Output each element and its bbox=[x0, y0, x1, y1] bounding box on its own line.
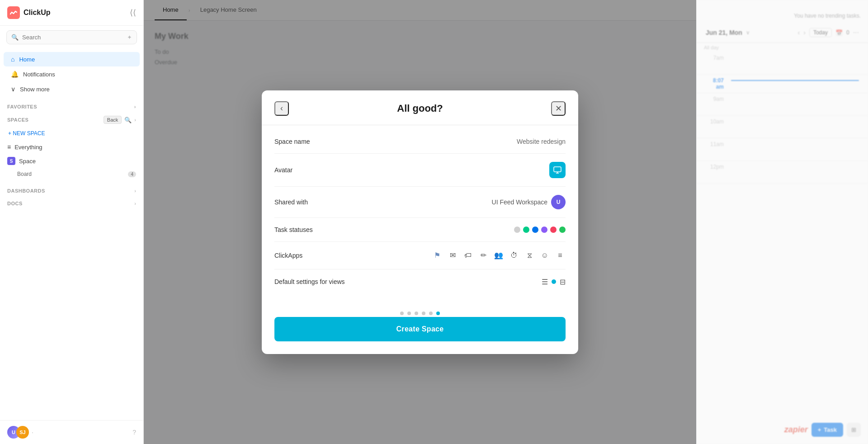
ai-sparkle-icon[interactable]: ✦ bbox=[127, 34, 132, 41]
add-task-label: Task bbox=[824, 426, 837, 433]
status-dot-5 bbox=[559, 227, 566, 233]
calendar-badge: 0 bbox=[846, 29, 849, 36]
dashboards-section: DASHBOARDS › DOCS › bbox=[0, 182, 143, 213]
spaces-chevron[interactable]: › bbox=[134, 117, 136, 123]
status-dot-2 bbox=[532, 227, 538, 233]
pagination-dot-3 bbox=[422, 312, 425, 315]
create-space-modal: ‹ All good? ✕ Space name Website redesig… bbox=[262, 90, 578, 354]
calendar-next-button[interactable]: › bbox=[803, 29, 806, 36]
time-slot-7am: 7am bbox=[697, 52, 868, 75]
avatar-preview[interactable] bbox=[549, 162, 566, 178]
spaces-section: SPACES Back 🔍 › + NEW SPACE ≡ Everything… bbox=[0, 111, 143, 182]
search-icon: 🔍 bbox=[11, 34, 19, 41]
chevron-down-icon: ∨ bbox=[11, 85, 15, 93]
time-slot-10am: 10am bbox=[697, 116, 868, 138]
calendar-actions: ‹ › Today 📅 0 ··· bbox=[798, 28, 859, 37]
home-icon: ⌂ bbox=[11, 56, 14, 63]
modal-footer: Create Space bbox=[262, 299, 578, 354]
modal-overlay[interactable]: ‹ All good? ✕ Space name Website redesig… bbox=[144, 0, 696, 444]
favorites-chevron[interactable]: › bbox=[134, 104, 136, 109]
calendar-more-button[interactable]: ··· bbox=[853, 28, 859, 37]
calendar-prev-button[interactable]: ‹ bbox=[798, 29, 800, 36]
space-name-row: Space name Website redesign bbox=[274, 130, 566, 154]
sidebar-item-space[interactable]: S Space bbox=[0, 154, 143, 168]
sidebar-nav: ⌂ Home 🔔 Notifications ∨ Show more bbox=[0, 49, 143, 99]
sidebar-bottom: U SJ · ? bbox=[0, 420, 143, 444]
bottom-actions: zapier + Task ⊞ bbox=[784, 423, 861, 437]
space-name-label: Space name bbox=[274, 138, 310, 145]
today-button[interactable]: Today bbox=[809, 28, 832, 37]
search-input[interactable] bbox=[22, 34, 123, 41]
clickapps-value: ⚑ ✉ 🏷 ✏ 👥 ⏱ ⧖ ☺ ≡ bbox=[432, 250, 566, 261]
sidebar-item-board[interactable]: Board 4 bbox=[0, 168, 143, 180]
priority-icon: ⧖ bbox=[524, 250, 535, 261]
modal-back-button[interactable]: ‹ bbox=[274, 101, 289, 116]
sidebar-item-notifications[interactable]: 🔔 Notifications bbox=[4, 67, 140, 81]
board-label: Board bbox=[17, 171, 32, 177]
svg-rect-0 bbox=[7, 6, 20, 19]
time-slot-9am: 9am bbox=[697, 93, 868, 116]
default-settings-value: ☰ ⊟ bbox=[542, 278, 566, 286]
edit-icon: ✏ bbox=[478, 250, 489, 261]
task-statuses-label: Task statuses bbox=[274, 226, 313, 233]
active-view-dot bbox=[552, 279, 556, 284]
clock-icon: ⏱ bbox=[509, 250, 519, 261]
task-statuses-row: Task statuses bbox=[274, 218, 566, 242]
svg-rect-1 bbox=[554, 167, 561, 172]
search-spaces-icon[interactable]: 🔍 bbox=[124, 117, 132, 123]
pagination-dot-1 bbox=[407, 312, 411, 315]
status-dot-3 bbox=[541, 227, 547, 233]
collapse-sidebar-button[interactable]: ⟨⟨ bbox=[130, 8, 136, 18]
avatar-label: Avatar bbox=[274, 166, 292, 174]
add-task-button[interactable]: + Task bbox=[811, 423, 843, 437]
flag-icon: ⚑ bbox=[432, 250, 443, 261]
sidebar-item-show-more[interactable]: ∨ Show more bbox=[4, 82, 140, 96]
everything-icon: ≡ bbox=[7, 143, 11, 151]
workspace-avatar: U bbox=[551, 195, 566, 209]
task-statuses-value bbox=[514, 227, 566, 233]
help-button[interactable]: ? bbox=[132, 429, 136, 436]
modal-close-button[interactable]: ✕ bbox=[551, 101, 566, 116]
right-panel: You have no trending tasks. Jun 21, Mon … bbox=[696, 0, 868, 444]
time-slot-current: 8:07 am bbox=[697, 75, 868, 93]
sidebar-item-docs[interactable]: DOCS › bbox=[0, 197, 143, 210]
pagination-dots bbox=[274, 306, 566, 317]
back-button[interactable]: Back bbox=[104, 116, 122, 124]
board-view-icon: ⊟ bbox=[560, 278, 566, 286]
new-space-button[interactable]: + NEW SPACE bbox=[5, 128, 139, 138]
people-icon: 👥 bbox=[493, 250, 504, 261]
status-dot-1 bbox=[523, 227, 529, 233]
clickapps-row: ClickApps ⚑ ✉ 🏷 ✏ 👥 ⏱ ⧖ ☺ ≡ bbox=[274, 242, 566, 269]
status-dot-4 bbox=[550, 227, 557, 233]
emoji-icon: ☺ bbox=[539, 250, 550, 261]
spaces-header: SPACES Back 🔍 › bbox=[0, 113, 143, 127]
time-slot-11am: 11am bbox=[697, 138, 868, 161]
sidebar-item-dashboards[interactable]: DASHBOARDS › bbox=[0, 184, 143, 197]
create-space-button[interactable]: Create Space bbox=[274, 317, 566, 341]
calendar-icon[interactable]: 📅 bbox=[835, 29, 843, 36]
sidebar-item-show-more-label: Show more bbox=[20, 86, 50, 93]
clickapps-label: ClickApps bbox=[274, 252, 302, 259]
sidebar-header: ClickUp ⟨⟨ bbox=[0, 0, 143, 26]
space-label: Space bbox=[19, 158, 36, 165]
main-content-area: Home › Legacy Home Screen My Work To do … bbox=[144, 0, 696, 444]
status-dot-0 bbox=[514, 227, 520, 233]
zapier-logo: zapier bbox=[784, 425, 808, 435]
space-name-value: Website redesign bbox=[517, 138, 566, 145]
app-logo-text: ClickUp bbox=[24, 9, 51, 17]
user-avatar-secondary[interactable]: SJ bbox=[16, 426, 29, 439]
add-icon: + bbox=[818, 426, 821, 433]
pagination-dot-2 bbox=[415, 312, 418, 315]
default-settings-row: Default settings for views ☰ ⊟ bbox=[274, 269, 566, 294]
search-bar[interactable]: 🔍 ✦ bbox=[6, 30, 137, 44]
monitor-icon bbox=[553, 165, 562, 175]
calendar-chevron-down: ∨ bbox=[746, 30, 750, 36]
pagination-dot-4 bbox=[429, 312, 433, 315]
quick-action-button[interactable]: ⊞ bbox=[847, 423, 861, 437]
favorites-section-label: FAVORITES › bbox=[0, 99, 143, 111]
pagination-dot-5 bbox=[436, 312, 440, 315]
logo-area: ClickUp bbox=[7, 6, 51, 19]
shared-with-label: Shared with bbox=[274, 198, 308, 206]
sidebar-item-home[interactable]: ⌂ Home bbox=[4, 52, 140, 66]
sidebar-item-everything[interactable]: ≡ Everything bbox=[0, 140, 143, 154]
